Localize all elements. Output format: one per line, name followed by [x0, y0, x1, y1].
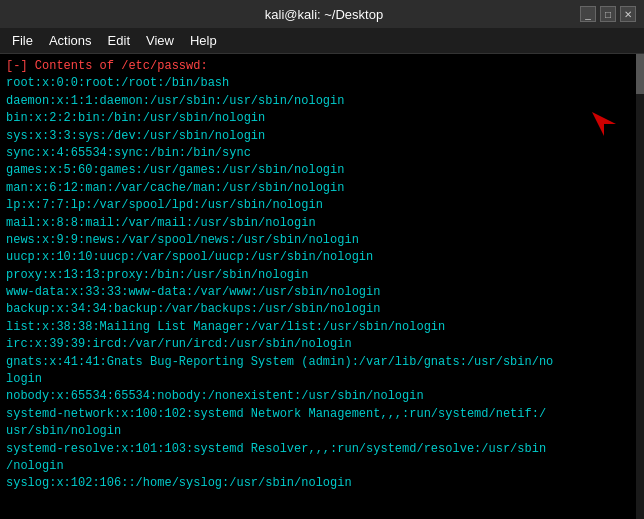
menu-item-help[interactable]: Help — [182, 31, 225, 50]
terminal-line: bin:x:2:2:bin:/bin:/usr/sbin/nologin — [6, 111, 265, 125]
menu-item-edit[interactable]: Edit — [100, 31, 138, 50]
menu-item-view[interactable]: View — [138, 31, 182, 50]
terminal-line: systemd-network:x:100:102:systemd Networ… — [6, 407, 546, 421]
close-button[interactable]: ✕ — [620, 6, 636, 22]
terminal-line: sys:x:3:3:sys:/dev:/usr/sbin/nologin — [6, 129, 265, 143]
terminal-line: backup:x:34:34:backup:/var/backups:/usr/… — [6, 302, 380, 316]
terminal-line: [-] Contents of /etc/passwd: — [6, 59, 208, 73]
window-controls[interactable]: _ □ ✕ — [580, 6, 636, 22]
terminal-line: uucp:x:10:10:uucp:/var/spool/uucp:/usr/s… — [6, 250, 373, 264]
terminal-line: systemd-resolve:x:101:103:systemd Resolv… — [6, 442, 546, 456]
window-title: kali@kali: ~/Desktop — [68, 7, 580, 22]
terminal-line: mail:x:8:8:mail:/var/mail:/usr/sbin/nolo… — [6, 216, 316, 230]
terminal-area: [-] Contents of /etc/passwd: root:x:0:0:… — [0, 54, 644, 519]
scrollbar[interactable] — [636, 54, 644, 519]
terminal-line: root:x:0:0:root:/root:/bin/bash — [6, 76, 229, 90]
terminal-line: syslog:x:102:106::/home/syslog:/usr/sbin… — [6, 476, 352, 490]
terminal-line: irc:x:39:39:ircd:/var/run/ircd:/usr/sbin… — [6, 337, 352, 351]
terminal-line: proxy:x:13:13:proxy:/bin:/usr/sbin/nolog… — [6, 268, 308, 282]
terminal-line: man:x:6:12:man:/var/cache/man:/usr/sbin/… — [6, 181, 344, 195]
terminal-line: www-data:x:33:33:www-data:/var/www:/usr/… — [6, 285, 380, 299]
terminal-line: sync:x:4:65534:sync:/bin:/bin/sync — [6, 146, 251, 160]
title-bar: kali@kali: ~/Desktop _ □ ✕ — [0, 0, 644, 28]
menu-bar: FileActionsEditViewHelp — [0, 28, 644, 54]
scrollbar-thumb[interactable] — [636, 54, 644, 94]
menu-item-actions[interactable]: Actions — [41, 31, 100, 50]
terminal-line: daemon:x:1:1:daemon:/usr/sbin:/usr/sbin/… — [6, 94, 344, 108]
terminal-line: /nologin — [6, 459, 64, 473]
terminal-line: lp:x:7:7:lp:/var/spool/lpd:/usr/sbin/nol… — [6, 198, 323, 212]
terminal-line: gnats:x:41:41:Gnats Bug-Reporting System… — [6, 355, 553, 369]
terminal-line: games:x:5:60:games:/usr/games:/usr/sbin/… — [6, 163, 344, 177]
terminal-line: list:x:38:38:Mailing List Manager:/var/l… — [6, 320, 445, 334]
menu-item-file[interactable]: File — [4, 31, 41, 50]
minimize-button[interactable]: _ — [580, 6, 596, 22]
terminal-content: [-] Contents of /etc/passwd: root:x:0:0:… — [6, 58, 638, 493]
terminal-line: nobody:x:65534:65534:nobody:/nonexistent… — [6, 389, 424, 403]
terminal-line: usr/sbin/nologin — [6, 424, 121, 438]
terminal-line: login — [6, 372, 42, 386]
maximize-button[interactable]: □ — [600, 6, 616, 22]
terminal-line: news:x:9:9:news:/var/spool/news:/usr/sbi… — [6, 233, 359, 247]
